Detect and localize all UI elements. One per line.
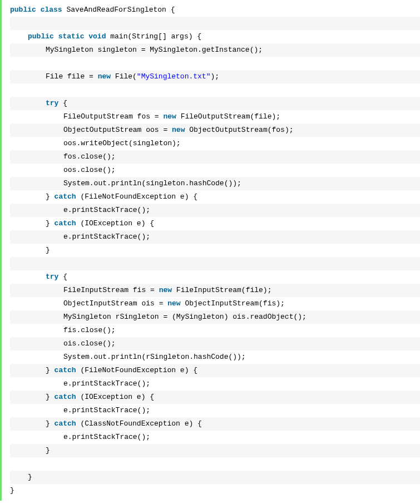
- code-line: [10, 457, 420, 471]
- code-token: oos.writeObject(singleton);: [63, 137, 181, 150]
- code-line: }: [10, 484, 420, 497]
- code-token: FileInputStream fis =: [63, 284, 159, 297]
- code-token: [54, 30, 58, 43]
- code-token: FileOutputStream(file);: [176, 110, 280, 123]
- code-token: File(: [111, 70, 137, 83]
- code-token: }: [28, 471, 32, 484]
- code-token: MySingleton rSingleton = (MySingleton) o…: [63, 310, 307, 324]
- code-block: public class SaveAndReadForSingleton { p…: [0, 0, 420, 501]
- code-token: );: [210, 70, 219, 83]
- code-token: catch: [55, 391, 76, 404]
- code-token: catch: [55, 190, 76, 204]
- code-token: e.printStackTrace();: [63, 204, 150, 217]
- code-token: e.printStackTrace();: [63, 377, 150, 391]
- code-token: System.out.println(singleton.hashCode())…: [63, 177, 241, 190]
- code-line: } catch (IOException e) {: [10, 391, 420, 404]
- code-token: try: [46, 97, 58, 110]
- code-token: new: [98, 70, 111, 83]
- code-token: }: [46, 190, 55, 204]
- code-token: try: [46, 270, 58, 284]
- code-token: (FileNotFoundException e) {: [76, 364, 197, 377]
- code-token: "MySingleton.txt": [137, 70, 211, 83]
- code-token: ObjectInputStream(fis);: [181, 297, 285, 310]
- code-token: (FileNotFoundException e) {: [76, 190, 197, 204]
- code-line: public static void main(String[] args) {: [10, 30, 420, 43]
- code-token: [10, 57, 14, 70]
- code-token: }: [46, 217, 55, 230]
- code-line: [10, 257, 420, 270]
- code-line: ObjectOutputStream oos = new ObjectOutpu…: [10, 123, 420, 137]
- code-token: SaveAndReadForSingleton {: [62, 3, 175, 17]
- code-line: e.printStackTrace();: [10, 204, 420, 217]
- code-line: [10, 83, 420, 97]
- code-token: class: [41, 3, 62, 17]
- code-line: public class SaveAndReadForSingleton {: [10, 3, 420, 17]
- code-line: } catch (IOException e) {: [10, 217, 420, 230]
- code-token: fis.close();: [63, 324, 116, 337]
- code-line: } catch (FileNotFoundException e) {: [10, 364, 420, 377]
- code-token: (IOException e) {: [76, 391, 154, 404]
- code-token: void: [88, 30, 106, 43]
- code-token: ObjectOutputStream oos =: [63, 123, 172, 137]
- code-line: oos.close();: [10, 164, 420, 177]
- code-token: [10, 457, 14, 471]
- code-token: File file =: [46, 70, 98, 83]
- code-token: {: [58, 97, 67, 110]
- code-line: MySingleton rSingleton = (MySingleton) o…: [10, 310, 420, 324]
- code-line: try {: [10, 97, 420, 110]
- code-token: ObjectOutputStream(fos);: [185, 123, 293, 137]
- code-token: catch: [55, 417, 76, 431]
- code-token: new: [167, 297, 180, 310]
- code-token: (IOException e) {: [76, 217, 154, 230]
- code-line: [10, 17, 420, 30]
- code-token: }: [46, 244, 50, 257]
- code-token: }: [46, 364, 55, 377]
- code-token: new: [163, 110, 176, 123]
- code-line: fos.close();: [10, 150, 420, 164]
- code-token: e.printStackTrace();: [63, 230, 150, 244]
- code-token: }: [46, 444, 50, 457]
- code-token: public: [10, 3, 36, 17]
- code-token: MySingleton singleton = MySingleton.getI…: [46, 43, 263, 57]
- code-line: }: [10, 471, 420, 484]
- code-token: System.out.println(rSingleton.hashCode()…: [63, 350, 246, 364]
- code-token: catch: [55, 217, 76, 230]
- code-line: e.printStackTrace();: [10, 230, 420, 244]
- code-token: oos.close();: [63, 164, 116, 177]
- code-token: e.printStackTrace();: [63, 431, 150, 444]
- code-token: new: [172, 123, 185, 137]
- code-line: try {: [10, 270, 420, 284]
- code-token: static: [58, 30, 85, 43]
- code-line: oos.writeObject(singleton);: [10, 137, 420, 150]
- code-line: [10, 57, 420, 70]
- code-line: fis.close();: [10, 324, 420, 337]
- code-token: }: [10, 484, 14, 497]
- code-token: fos.close();: [63, 150, 116, 164]
- code-token: catch: [55, 364, 76, 377]
- code-line: System.out.println(rSingleton.hashCode()…: [10, 350, 420, 364]
- code-token: [10, 83, 14, 97]
- code-line: System.out.println(singleton.hashCode())…: [10, 177, 420, 190]
- code-line: } catch (FileNotFoundException e) {: [10, 190, 420, 204]
- code-token: main(String[] args) {: [106, 30, 201, 43]
- code-line: FileInputStream fis = new FileInputStrea…: [10, 284, 420, 297]
- code-line: FileOutputStream fos = new FileOutputStr…: [10, 110, 420, 123]
- code-line: e.printStackTrace();: [10, 431, 420, 444]
- code-token: ObjectInputStream ois =: [63, 297, 167, 310]
- code-line: MySingleton singleton = MySingleton.getI…: [10, 43, 420, 57]
- code-token: FileInputStream(file);: [172, 284, 271, 297]
- code-token: e.printStackTrace();: [63, 404, 150, 417]
- code-line: } catch (ClassNotFoundException e) {: [10, 417, 420, 431]
- code-token: public: [28, 30, 54, 43]
- code-line: }: [10, 444, 420, 457]
- code-line: ois.close();: [10, 337, 420, 350]
- code-line: }: [10, 244, 420, 257]
- code-token: [10, 257, 14, 270]
- code-token: [10, 17, 14, 30]
- code-line: e.printStackTrace();: [10, 404, 420, 417]
- code-token: FileOutputStream fos =: [63, 110, 163, 123]
- code-token: [36, 3, 41, 17]
- code-token: ois.close();: [63, 337, 116, 350]
- code-line: File file = new File("MySingleton.txt");: [10, 70, 420, 83]
- code-token: [84, 30, 88, 43]
